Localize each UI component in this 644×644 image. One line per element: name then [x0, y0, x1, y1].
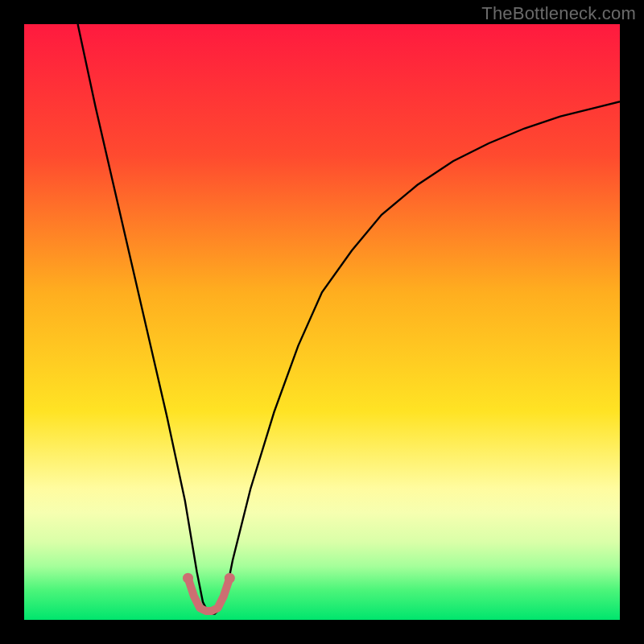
- svg-point-0: [183, 573, 193, 584]
- attribution-label: TheBottleneck.com: [481, 3, 636, 24]
- svg-point-1: [225, 573, 235, 584]
- plot-area: [24, 24, 620, 620]
- heatmap-background: [24, 24, 620, 620]
- bottleneck-chart: [24, 24, 620, 620]
- chart-frame: TheBottleneck.com: [0, 0, 644, 644]
